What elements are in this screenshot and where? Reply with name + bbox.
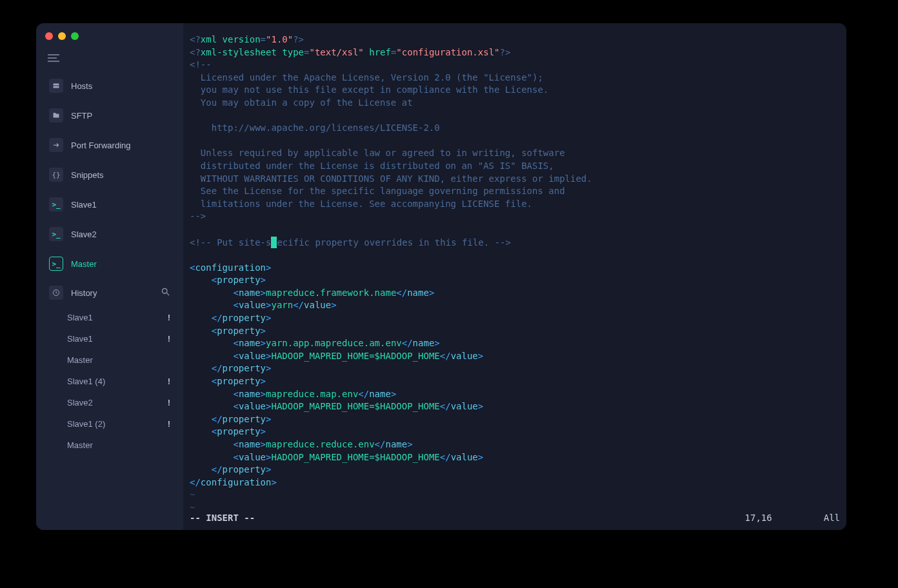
alert-icon: ! bbox=[168, 313, 174, 322]
override-comment-after: ecific property overrides in this file. … bbox=[277, 237, 510, 248]
history-item[interactable]: Master bbox=[36, 435, 183, 456]
history-item[interactable]: Master bbox=[36, 349, 183, 371]
history-item[interactable]: Slave2 ! bbox=[36, 392, 183, 413]
folder-icon bbox=[49, 108, 63, 122]
license-line: you may not use this file except in comp… bbox=[190, 84, 548, 95]
terminal-icon: >_ bbox=[49, 227, 63, 241]
sidebar-item-port-forwarding[interactable]: Port Forwarding bbox=[40, 132, 179, 159]
alert-icon: ! bbox=[168, 419, 174, 429]
license-line: Licensed under the Apache License, Versi… bbox=[190, 72, 543, 83]
close-window-button[interactable] bbox=[45, 32, 53, 40]
history-icon bbox=[49, 286, 63, 300]
cursor bbox=[271, 237, 277, 248]
editor-pane[interactable]: <?xml version="1.0"?> <?xml-stylesheet t… bbox=[183, 23, 846, 530]
braces-icon: {} bbox=[49, 168, 63, 182]
license-line: Unless required by applicable law or agr… bbox=[190, 148, 565, 158]
sidebar-item-sftp[interactable]: SFTP bbox=[40, 102, 179, 129]
history-item-label: Slave1 bbox=[67, 334, 93, 344]
prop-name: mapreduce.reduce.env bbox=[266, 439, 375, 449]
xml-version: 1.0 bbox=[271, 34, 287, 44]
cursor-position: 17,16 bbox=[745, 512, 772, 525]
sidebar-item-label: Snippets bbox=[71, 170, 170, 180]
history-item-label: Slave1 bbox=[67, 313, 93, 322]
vim-mode: -- INSERT -- bbox=[190, 512, 255, 525]
scroll-indicator: All bbox=[824, 512, 840, 525]
forward-icon bbox=[49, 138, 63, 152]
vim-statusbar: -- INSERT --17,16All bbox=[190, 512, 840, 525]
license-line: distributed under the License is distrib… bbox=[190, 161, 554, 171]
license-line: limitations under the License. See accom… bbox=[190, 199, 532, 209]
history-item-label: Master bbox=[67, 440, 93, 450]
prop-name: yarn.app.mapreduce.am.env bbox=[266, 338, 402, 348]
xsl-href: configuration.xsl bbox=[402, 47, 494, 57]
minimize-window-button[interactable] bbox=[58, 32, 66, 40]
app-window: Hosts SFTP Port Forwarding {} Snippets >… bbox=[36, 23, 846, 530]
sidebar-item-label: Slave1 bbox=[71, 200, 170, 210]
window-controls bbox=[36, 23, 183, 49]
history-item-label: Slave2 bbox=[67, 398, 93, 407]
sidebar-item-label: History bbox=[71, 288, 153, 298]
license-line: See the License for the specific languag… bbox=[190, 186, 565, 196]
hosts-icon bbox=[49, 79, 63, 93]
maximize-window-button[interactable] bbox=[71, 32, 79, 40]
sidebar-item-label: Master bbox=[71, 259, 170, 269]
prop-value: HADOOP_MAPRED_HOME=$HADOOP_HOME bbox=[271, 452, 439, 462]
prop-value: yarn bbox=[271, 300, 293, 310]
license-line: http://www.apache.org/licenses/LICENSE-2… bbox=[190, 122, 440, 133]
alert-icon: ! bbox=[168, 377, 174, 386]
svg-line-7 bbox=[166, 293, 169, 295]
history-item-label: Master bbox=[67, 355, 93, 365]
prop-name: mapreduce.map.env bbox=[266, 389, 358, 399]
prop-value: HADOOP_MAPRED_HOME=$HADOOP_HOME bbox=[271, 351, 439, 361]
override-comment-before: <!-- Put site-s bbox=[190, 237, 271, 248]
terminal-icon: >_ bbox=[49, 197, 63, 211]
sidebar-item-label: Hosts bbox=[71, 81, 170, 91]
sidebar-item-snippets[interactable]: {} Snippets bbox=[40, 161, 179, 188]
history-item[interactable]: Slave1 (2) ! bbox=[36, 413, 183, 435]
svg-rect-3 bbox=[54, 84, 59, 86]
svg-rect-4 bbox=[54, 86, 59, 88]
xsl-type: text/xsl bbox=[315, 47, 358, 57]
sidebar-item-master[interactable]: >_ Master bbox=[40, 250, 179, 277]
sidebar: Hosts SFTP Port Forwarding {} Snippets >… bbox=[36, 23, 183, 530]
history-item[interactable]: Slave1 (4) ! bbox=[36, 371, 183, 392]
alert-icon: ! bbox=[168, 398, 174, 407]
svg-point-6 bbox=[163, 289, 168, 294]
sidebar-item-label: Port Forwarding bbox=[71, 141, 170, 150]
search-icon[interactable] bbox=[161, 287, 170, 299]
menu-button[interactable] bbox=[36, 49, 183, 71]
license-line: You may obtain a copy of the License at bbox=[190, 97, 413, 108]
sidebar-item-label: SFTP bbox=[71, 111, 170, 121]
history-item[interactable]: Slave1 ! bbox=[36, 307, 183, 328]
history-item-label: Slave1 (4) bbox=[67, 377, 105, 386]
sidebar-item-slave1[interactable]: >_ Slave1 bbox=[40, 191, 179, 218]
terminal-icon: >_ bbox=[49, 257, 63, 271]
history-item-label: Slave1 (2) bbox=[67, 419, 105, 429]
sidebar-item-slave2[interactable]: >_ Slave2 bbox=[40, 220, 179, 248]
sidebar-item-history[interactable]: History bbox=[40, 280, 179, 306]
prop-name: mapreduce.framework.name bbox=[266, 288, 396, 298]
prop-value: HADOOP_MAPRED_HOME=$HADOOP_HOME bbox=[271, 401, 439, 411]
alert-icon: ! bbox=[168, 334, 174, 344]
sidebar-item-hosts[interactable]: Hosts bbox=[40, 72, 179, 99]
license-line: WITHOUT WARRANTIES OR CONDITIONS OF ANY … bbox=[190, 173, 592, 184]
history-item[interactable]: Slave1 ! bbox=[36, 328, 183, 349]
sidebar-item-label: Slave2 bbox=[71, 230, 170, 239]
